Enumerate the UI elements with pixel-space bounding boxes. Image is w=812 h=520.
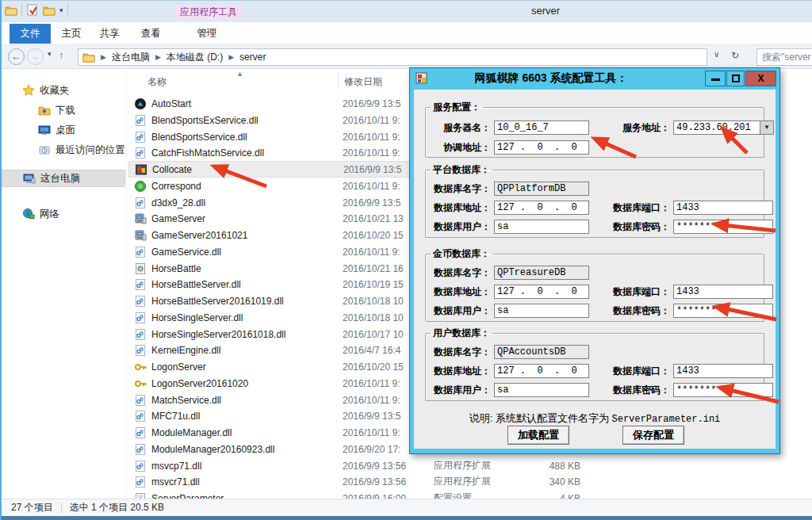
- db-port-input[interactable]: [673, 364, 773, 378]
- file-name[interactable]: msvcr71.dll: [151, 476, 200, 488]
- db-password-input[interactable]: [673, 220, 773, 234]
- db-password-label: 数据库密码：: [600, 304, 670, 318]
- db-name-label: 数据库名字：: [426, 266, 491, 280]
- file-date: 2016/10/20 15: [343, 361, 404, 373]
- dll-icon: [134, 295, 147, 308]
- db-port-label: 数据库端口：: [600, 201, 670, 215]
- db-password-input[interactable]: [673, 304, 773, 318]
- dll-icon: [134, 197, 147, 209]
- file-name[interactable]: ModuleManager.dll: [151, 427, 232, 438]
- crumb-local-disk-d[interactable]: 本地磁盘 (D:): [167, 51, 223, 64]
- close-button[interactable]: X: [745, 71, 776, 86]
- db-password-input[interactable]: [673, 383, 773, 397]
- tab-file[interactable]: 文件: [10, 24, 51, 44]
- history-caret-icon[interactable]: ▾: [48, 50, 52, 58]
- file-row[interactable]: msvcr71.dll2016/9/9 13:56应用程序扩展340 KB: [128, 473, 763, 490]
- breadcrumb[interactable]: ▶ 这台电脑 ▶ 本地磁盘 (D:) ▶ server: [78, 48, 707, 66]
- db-user-label: 数据库用户：: [426, 220, 491, 234]
- properties-icon[interactable]: [26, 4, 39, 17]
- db-addr-input[interactable]: [494, 285, 589, 299]
- db-user-input[interactable]: [494, 304, 589, 318]
- service-addr-combobox[interactable]: ▼: [673, 120, 774, 135]
- file-name[interactable]: GameServer: [151, 213, 205, 224]
- minimize-button[interactable]: [705, 71, 726, 86]
- back-button[interactable]: ←: [8, 48, 25, 65]
- save-config-button[interactable]: 保存配置: [622, 426, 684, 445]
- sidebar-item-this-pc[interactable]: 这台电脑: [2, 170, 125, 187]
- file-row[interactable]: msvcp71.dll2016/9/9 13:56应用程序扩展488 KB: [128, 457, 763, 474]
- file-name[interactable]: BlendSportsExService.dll: [151, 115, 259, 126]
- coord-addr-input[interactable]: [494, 140, 589, 155]
- file-date: 2016/10/11 9:: [343, 147, 400, 159]
- file-name[interactable]: Collocate: [152, 164, 192, 175]
- search-input[interactable]: 搜索"server: [756, 48, 812, 66]
- sidebar-item-favorites[interactable]: 收藏夹: [2, 82, 125, 99]
- crumb-separator-icon: ▶: [95, 53, 112, 61]
- chevron-down-icon[interactable]: ▼: [760, 120, 774, 135]
- file-name[interactable]: MatchService.dll: [151, 395, 221, 406]
- sidebar-item-downloads[interactable]: 下载: [2, 101, 125, 119]
- file-name[interactable]: HorseBattleServer.dll: [151, 279, 241, 290]
- tab-home[interactable]: 主页: [54, 24, 89, 44]
- file-name[interactable]: AutoStart: [151, 98, 191, 109]
- dll-icon: [134, 426, 147, 439]
- db-addr-input[interactable]: [494, 201, 589, 215]
- file-name[interactable]: KernelEngine.dll: [151, 345, 220, 356]
- file-name[interactable]: BlendSportsService.dll: [151, 132, 247, 143]
- db-name-input[interactable]: [494, 266, 589, 280]
- refresh-icon[interactable]: ↻: [731, 50, 739, 61]
- file-date: 2016/9/9 13:5: [343, 411, 400, 422]
- maximize-button[interactable]: [726, 71, 745, 86]
- file-name[interactable]: CatchFishMatchService.dll: [151, 147, 264, 159]
- up-button[interactable]: ↑: [59, 50, 63, 61]
- db-user-input[interactable]: [494, 383, 589, 397]
- service-addr-input[interactable]: [673, 120, 760, 135]
- db-user-input[interactable]: [494, 220, 589, 234]
- file-name[interactable]: Correspond: [151, 181, 201, 192]
- file-date: 2016/9/9 13:56: [343, 476, 406, 488]
- sidebar-item-network[interactable]: 网络: [2, 205, 125, 223]
- db-port-input[interactable]: [673, 201, 773, 215]
- tab-share[interactable]: 共享: [92, 24, 127, 44]
- db-name-label: 数据库名字：: [426, 182, 491, 196]
- sidebar-item-desktop[interactable]: 桌面: [2, 121, 125, 139]
- dialog-title-bar[interactable]: 网狐棋牌 6603 系统配置工具： X: [410, 68, 779, 90]
- tab-manage[interactable]: 管理: [187, 24, 227, 44]
- group-legend: 金币数据库：: [431, 247, 492, 261]
- db-name-input[interactable]: [494, 182, 589, 196]
- file-name[interactable]: HorseBattle: [151, 263, 201, 274]
- file-name[interactable]: MFC71u.dll: [151, 411, 200, 422]
- file-name[interactable]: GameService.dll: [151, 247, 221, 258]
- db-addr-input[interactable]: [494, 364, 589, 378]
- file-name[interactable]: ModuleManager20160923.dll: [151, 444, 274, 455]
- db-port-input[interactable]: [673, 285, 773, 299]
- load-config-button[interactable]: 加载配置: [508, 426, 569, 445]
- address-dropdown-icon[interactable]: ∨: [714, 50, 719, 59]
- file-name[interactable]: LogonServer: [151, 361, 206, 373]
- selection-info: 选中 1 个项目 20.5 KB: [70, 501, 164, 514]
- dll-icon: [134, 312, 147, 324]
- crumb-this-pc[interactable]: 这台电脑: [112, 51, 150, 64]
- new-folder-icon[interactable]: [43, 4, 56, 17]
- file-date: 2016/10/20 15: [343, 230, 404, 241]
- service-config-group: 服务配置： 服务器名： 服务地址： ▼ 协调地址：: [425, 101, 764, 158]
- collocate-icon: [135, 163, 147, 176]
- tab-view[interactable]: 查看: [133, 24, 168, 44]
- crumb-server[interactable]: server: [239, 52, 266, 63]
- file-name[interactable]: HorseBattleServer20161019.dll: [151, 296, 284, 307]
- file-date: 2016/4/7 16:4: [343, 345, 400, 356]
- file-name[interactable]: msvcp71.dll: [151, 461, 201, 472]
- file-name[interactable]: LogonServer20161020: [151, 378, 248, 389]
- db-name-input[interactable]: [494, 345, 589, 359]
- forward-button[interactable]: →: [27, 48, 44, 65]
- server-name-input[interactable]: [494, 120, 589, 135]
- file-name[interactable]: HorseSingleServer.dll: [151, 312, 243, 323]
- file-name[interactable]: HorseSingleServer20161018.dll: [151, 329, 285, 340]
- sidebar-item-recent-places[interactable]: 最近访问的位置: [2, 141, 125, 159]
- location-folder-icon: [82, 51, 95, 63]
- db-user-label: 数据库用户：: [426, 384, 491, 397]
- file-name[interactable]: GameServer20161021: [151, 230, 247, 241]
- dll-icon: [134, 246, 147, 258]
- customize-caret-icon[interactable]: ▾: [59, 6, 63, 14]
- file-name[interactable]: d3dx9_28.dll: [151, 197, 205, 208]
